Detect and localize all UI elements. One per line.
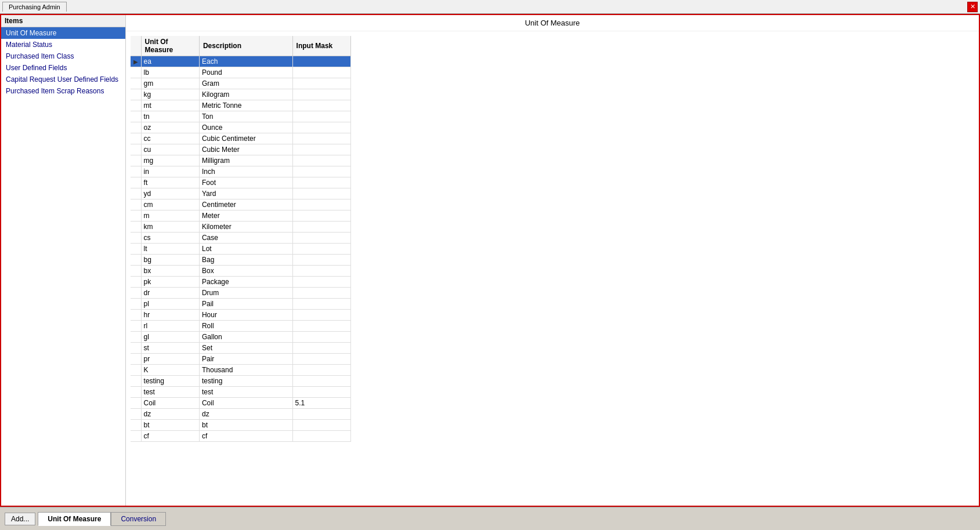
row-input-mask	[292, 409, 350, 420]
row-input-mask	[292, 420, 350, 431]
sidebar-item-material-status[interactable]: Material Status	[1, 39, 125, 50]
row-uom: st	[141, 343, 199, 354]
row-description: Ton	[199, 111, 292, 122]
row-uom: cm	[141, 199, 199, 210]
table-row[interactable]: cuCubic Meter	[131, 144, 351, 155]
row-indicator	[131, 255, 141, 266]
bottom-toolbar: Add... Unit Of MeasureConversion	[0, 507, 980, 530]
sidebar-item-purchased-item-class[interactable]: Purchased Item Class	[1, 50, 125, 62]
table-row[interactable]: dzdz	[131, 409, 351, 420]
col-mask-header: Input Mask	[292, 36, 350, 56]
row-uom: gl	[141, 332, 199, 343]
row-indicator	[131, 210, 141, 222]
sidebar-item-unit-of-measure[interactable]: Unit Of Measure	[1, 27, 125, 39]
table-row[interactable]: testtest	[131, 387, 351, 398]
table-row[interactable]: kgKilogram	[131, 89, 351, 100]
table-row[interactable]: gmGram	[131, 78, 351, 89]
row-uom: cf	[141, 431, 199, 442]
main-container: Items Unit Of MeasureMaterial StatusPurc…	[0, 14, 980, 507]
col-uom-header: Unit Of Measure	[141, 36, 199, 56]
table-row[interactable]: mgMilligram	[131, 155, 351, 166]
row-indicator	[131, 409, 141, 420]
table-row[interactable]: prPair	[131, 354, 351, 365]
table-row[interactable]: tnTon	[131, 111, 351, 122]
row-input-mask	[292, 277, 350, 288]
table-row[interactable]: rlRoll	[131, 321, 351, 332]
row-description: cf	[199, 431, 292, 442]
row-uom: pk	[141, 277, 199, 288]
table-row[interactable]: ydYard	[131, 188, 351, 199]
window-tab[interactable]: Purchasing Admin	[2, 2, 67, 12]
table-row[interactable]: csCase	[131, 233, 351, 244]
row-indicator	[131, 122, 141, 133]
tab-conversion[interactable]: Conversion	[111, 512, 166, 526]
row-indicator	[131, 288, 141, 299]
table-row[interactable]: ftFoot	[131, 177, 351, 188]
row-input-mask	[292, 89, 350, 100]
row-description: Cubic Meter	[199, 144, 292, 155]
table-row[interactable]: inInch	[131, 166, 351, 177]
table-row[interactable]: pkPackage	[131, 277, 351, 288]
table-row[interactable]: testingtesting	[131, 376, 351, 387]
table-row[interactable]: lbPound	[131, 67, 351, 78]
table-row[interactable]: drDrum	[131, 288, 351, 299]
row-input-mask	[292, 78, 350, 89]
row-indicator	[131, 67, 141, 78]
row-indicator	[131, 354, 141, 365]
row-input-mask	[292, 111, 350, 122]
table-row[interactable]: KThousand	[131, 365, 351, 376]
table-row[interactable]: stSet	[131, 343, 351, 354]
sidebar: Items Unit Of MeasureMaterial StatusPurc…	[1, 15, 126, 506]
row-input-mask	[292, 376, 350, 387]
table-row[interactable]: btbt	[131, 420, 351, 431]
table-row[interactable]: ozOunce	[131, 122, 351, 133]
row-input-mask	[292, 343, 350, 354]
add-button[interactable]: Add...	[5, 513, 35, 525]
table-body: ▶eaEachlbPoundgmGramkgKilogrammtMetric T…	[131, 56, 351, 442]
sidebar-item-user-defined-fields[interactable]: User Defined Fields	[1, 62, 125, 74]
table-row[interactable]: kmKilometer	[131, 222, 351, 233]
row-description: Milligram	[199, 155, 292, 166]
uom-table: Unit Of Measure Description Input Mask ▶…	[131, 36, 351, 442]
row-uom: mt	[141, 100, 199, 111]
row-uom: cs	[141, 233, 199, 244]
row-uom: hr	[141, 310, 199, 321]
table-row[interactable]: cfcf	[131, 431, 351, 442]
row-input-mask	[292, 332, 350, 343]
row-indicator	[131, 365, 141, 376]
table-row[interactable]: ltLot	[131, 244, 351, 255]
table-row[interactable]: hrHour	[131, 310, 351, 321]
table-row[interactable]: CoilCoil5.1	[131, 398, 351, 409]
row-input-mask	[292, 233, 350, 244]
row-uom: bx	[141, 266, 199, 277]
table-row[interactable]: bgBag	[131, 255, 351, 266]
sidebar-item-purchased-item-scrap[interactable]: Purchased Item Scrap Reasons	[1, 85, 125, 97]
table-row[interactable]: cmCentimeter	[131, 199, 351, 210]
row-input-mask	[292, 144, 350, 155]
table-row[interactable]: bxBox	[131, 266, 351, 277]
row-indicator	[131, 100, 141, 111]
row-input-mask: 5.1	[292, 398, 350, 409]
row-indicator	[131, 387, 141, 398]
row-input-mask	[292, 244, 350, 255]
row-uom: lb	[141, 67, 199, 78]
row-uom: testing	[141, 376, 199, 387]
table-row[interactable]: ▶eaEach	[131, 56, 351, 67]
table-row[interactable]: mtMetric Tonne	[131, 100, 351, 111]
table-row[interactable]: ccCubic Centimeter	[131, 133, 351, 144]
table-row[interactable]: mMeter	[131, 210, 351, 222]
close-button[interactable]: ✕	[967, 2, 978, 12]
row-description: Ounce	[199, 122, 292, 133]
table-row[interactable]: plPail	[131, 299, 351, 310]
row-description: testing	[199, 376, 292, 387]
row-uom: rl	[141, 321, 199, 332]
row-uom: bt	[141, 420, 199, 431]
row-description: Gram	[199, 78, 292, 89]
row-description: Centimeter	[199, 199, 292, 210]
tab-unit-of-measure[interactable]: Unit Of Measure	[38, 512, 111, 526]
row-indicator	[131, 310, 141, 321]
row-indicator	[131, 332, 141, 343]
sidebar-item-capital-request-udf[interactable]: Capital Request User Defined Fields	[1, 74, 125, 85]
table-row[interactable]: glGallon	[131, 332, 351, 343]
table-container[interactable]: Unit Of Measure Description Input Mask ▶…	[126, 31, 979, 506]
